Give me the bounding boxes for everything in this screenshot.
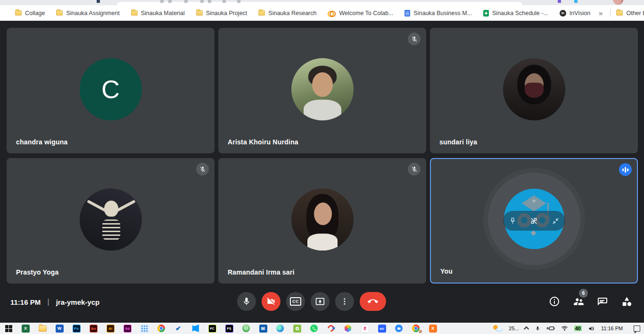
microphone-button[interactable] (237, 292, 256, 311)
participant-tile-arista[interactable]: Arista Khoiru Nurdina (218, 28, 426, 153)
action-center-icon[interactable] (634, 326, 640, 332)
tray-chevron-icon[interactable] (524, 326, 529, 332)
camera-off-button[interactable] (262, 292, 281, 311)
bookmark-sinauka-material[interactable]: Sinauka Material (125, 8, 190, 19)
captions-icon: CC (290, 297, 301, 306)
invision-icon: In (560, 10, 566, 17)
participants-button[interactable]: 6 (572, 295, 585, 308)
bookmark-label: Sinauka Research (268, 10, 316, 17)
taskbar-illustrator[interactable]: Ai (105, 324, 116, 333)
taskbar-todo-check[interactable]: ✔ (173, 324, 183, 333)
taskbar-excel[interactable]: X (20, 324, 31, 333)
bookmark-label: Sinauka Project (206, 10, 248, 17)
bookmark-welcome-to-colab[interactable]: Welcome To Colab... (322, 8, 399, 19)
call-controls: CC (237, 292, 386, 311)
taskbar-word[interactable]: W (54, 324, 65, 333)
avatar (80, 188, 142, 250)
taskbar-red-swirl-app[interactable] (326, 324, 336, 333)
weather-temp[interactable]: 25... (509, 326, 519, 331)
audio-level-badge[interactable] (619, 163, 632, 176)
battery-percent-badge[interactable]: 40 (574, 326, 582, 331)
wifi-icon[interactable] (561, 326, 568, 331)
folder-icon (131, 10, 138, 16)
taskbar-green-app[interactable] (241, 324, 251, 333)
separator: | (47, 297, 49, 307)
taskbar-slack[interactable]: # (360, 324, 370, 333)
present-button[interactable] (311, 292, 330, 311)
volume-icon[interactable] (588, 326, 595, 332)
remove-tile-icon[interactable] (530, 217, 538, 225)
omnibox-fragment (117, 2, 522, 5)
other-bookmarks[interactable]: Other bookmarks (615, 8, 644, 19)
participant-tile-chandra[interactable]: C chandra wiguna (7, 28, 215, 153)
taskbar-pycharm[interactable]: PC (207, 324, 217, 333)
bookmark-label: Sinauka Business M... (413, 10, 472, 17)
extension-icon[interactable] (574, 0, 578, 3)
captions-button[interactable]: CC (286, 292, 305, 311)
participant-name: chandra wiguna (16, 138, 67, 146)
participant-grid: C chandra wiguna Arista Khoiru Nurdina s… (7, 28, 638, 284)
taskbar-chrome-profile[interactable] (411, 324, 421, 333)
taskbar-visual-studio[interactable] (190, 324, 200, 333)
participant-tile-ramandani[interactable]: Ramandani Irma sari (218, 158, 426, 284)
system-tray: 25... 40 11:16 PM (493, 325, 644, 332)
taskbar-file-explorer[interactable] (37, 324, 48, 333)
taskbar-adobe-xd[interactable]: Xd (122, 324, 132, 333)
bookmark-label: Welcome To Colab... (339, 10, 393, 17)
folder-icon (258, 10, 265, 16)
windows-taskbar: X W Ps An Ai Xd ✔ PC PS ✉ # oc X (0, 323, 644, 334)
graduation-cap-icon (522, 195, 546, 211)
bookmark-sinauka-project[interactable]: Sinauka Project (190, 8, 253, 19)
start-button[interactable] (3, 324, 14, 333)
more-options-button[interactable] (335, 292, 354, 311)
taskbar-edge[interactable] (275, 324, 285, 333)
taskbar-oc-app[interactable]: oc (377, 324, 387, 333)
bookmark-collage[interactable]: Collage (9, 8, 50, 19)
mic-muted-badge (408, 33, 421, 45)
bookmark-sinauka-assignment[interactable]: Sinauka Assignment (50, 8, 125, 19)
tray-mic-icon[interactable] (535, 326, 540, 332)
taskbar-calendar-app[interactable] (139, 324, 149, 333)
taskbar-phpstorm[interactable]: PS (224, 324, 234, 333)
meet-stage: C chandra wiguna Arista Khoiru Nurdina s… (0, 21, 644, 323)
participant-tile-prastyo[interactable]: Prastyo Yoga (7, 158, 215, 284)
taskbar-photoshop[interactable]: Ps (71, 324, 82, 333)
meeting-details-button[interactable] (548, 295, 561, 308)
taskbar-mail[interactable]: ✉ (258, 324, 268, 333)
bookmark-invision[interactable]: In InVision (554, 8, 596, 19)
pin-icon[interactable] (509, 217, 517, 225)
chat-button[interactable] (596, 295, 609, 308)
mic-off-icon (411, 166, 418, 173)
more-vert-icon (340, 297, 349, 306)
mic-off-icon (411, 36, 418, 42)
tray-clock[interactable]: 11:16 PM (601, 326, 627, 331)
taskbar-chrome[interactable] (156, 324, 166, 333)
bookmark-sinauka-schedule[interactable]: Sinauka Schedule -... (478, 8, 554, 19)
taskbar-screen-recorder[interactable] (292, 324, 302, 333)
avatar-letter: C (101, 75, 120, 104)
activities-button[interactable] (620, 295, 633, 308)
minimize-icon[interactable] (552, 217, 560, 225)
participant-name: sundari liya (439, 138, 477, 146)
weather-icon[interactable] (493, 325, 503, 332)
mic-icon (242, 297, 251, 306)
bookmark-sinauka-business[interactable]: Sinauka Business M... (399, 8, 478, 19)
mic-off-icon (199, 166, 206, 173)
chrome-icon (157, 325, 165, 332)
taskbar-whatsapp[interactable] (309, 324, 319, 333)
taskbar-xampp[interactable]: X (428, 324, 438, 333)
folder-icon (56, 10, 63, 16)
bookmark-sinauka-research[interactable]: Sinauka Research (253, 8, 322, 19)
participant-tile-you[interactable]: You (430, 158, 638, 284)
bookmarks-overflow-chevron[interactable]: » (596, 9, 605, 17)
end-call-button[interactable] (360, 292, 386, 311)
browser-profile-avatar[interactable] (613, 0, 623, 5)
taskbar-animate[interactable]: An (88, 324, 99, 333)
taskbar-video-call-app[interactable] (394, 324, 404, 333)
toolbar-fragment (237, 0, 240, 3)
battery-charging-icon[interactable] (546, 326, 555, 331)
extension-icon[interactable] (558, 0, 561, 3)
participant-tile-sundari[interactable]: sundari liya (430, 28, 638, 153)
videocam-off-icon (266, 297, 276, 306)
taskbar-hexagon-app[interactable] (343, 324, 353, 333)
